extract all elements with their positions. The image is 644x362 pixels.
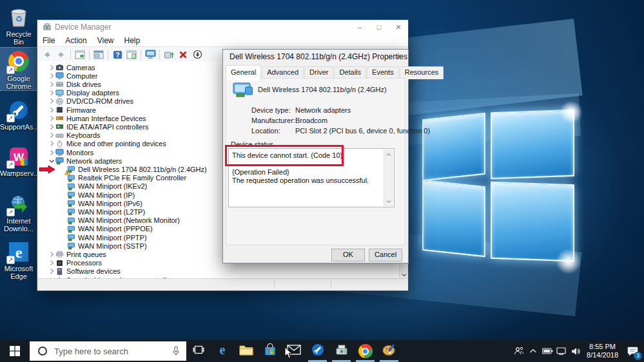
- network-icon[interactable]: [554, 340, 569, 362]
- tree-item[interactable]: Processors: [48, 259, 102, 267]
- update-driver-button[interactable]: [162, 48, 176, 61]
- minimize-button[interactable]: –: [350, 20, 369, 34]
- tab-general[interactable]: General: [226, 65, 261, 81]
- tree-item[interactable]: Realtek PCIe FE Family Controller: [59, 174, 186, 182]
- tree-item[interactable]: Computer: [48, 71, 97, 80]
- chevron-down-icon[interactable]: [48, 157, 55, 165]
- taskbar-search[interactable]: [30, 341, 186, 361]
- forward-button[interactable]: [54, 48, 68, 61]
- tree-item[interactable]: Monitors: [48, 148, 93, 157]
- start-button[interactable]: [0, 340, 30, 362]
- chevron-right-icon[interactable]: [48, 115, 55, 122]
- tree-item[interactable]: Cameras: [48, 63, 95, 71]
- device-status-box[interactable]: This device cannot start. (Code 10){Oper…: [228, 148, 395, 207]
- tree-item[interactable]: Network adapters: [48, 157, 122, 165]
- chevron-right-icon[interactable]: [48, 72, 55, 80]
- chevron-right-icon[interactable]: [48, 259, 55, 267]
- tab-events[interactable]: Events: [367, 66, 399, 79]
- taskbar-app-task-view[interactable]: [186, 340, 210, 362]
- cancel-button[interactable]: Cancel: [369, 249, 402, 262]
- tab-advanced[interactable]: Advanced: [262, 66, 304, 79]
- ok-button[interactable]: OK: [331, 249, 365, 262]
- tree-item[interactable]: Disk drives: [48, 80, 101, 88]
- desktop-icon-wampserver[interactable]: W↗Wampserv...: [0, 143, 37, 177]
- volume-icon[interactable]: [569, 340, 583, 362]
- dialog-close-button[interactable]: ✕: [389, 50, 408, 64]
- chevron-right-icon[interactable]: [48, 131, 55, 139]
- search-input[interactable]: [53, 346, 159, 357]
- properties-window-button[interactable]: [92, 48, 106, 61]
- desktop-icon-supportassist[interactable]: ↗SupportAs...: [0, 97, 37, 131]
- battery-icon[interactable]: [540, 340, 554, 362]
- tree-item[interactable]: Dell Wireless 1704 802.11b/g/n (2.4GHz): [59, 165, 207, 173]
- tree-item[interactable]: Software devices: [48, 267, 121, 276]
- taskbar-app-paint[interactable]: [377, 340, 401, 362]
- taskbar-app-store[interactable]: [258, 340, 282, 362]
- menu-file[interactable]: File: [37, 36, 60, 45]
- chevron-right-icon[interactable]: [48, 149, 55, 157]
- taskbar-app-chrome[interactable]: [353, 340, 377, 362]
- tree-item[interactable]: WAN Miniport (L2TP): [59, 207, 145, 216]
- tree-item[interactable]: WAN Miniport (IKEv2): [59, 182, 147, 191]
- disable-device-button[interactable]: [190, 48, 204, 61]
- taskbar-app-device-manager[interactable]: [329, 340, 353, 362]
- people-icon[interactable]: [512, 340, 526, 362]
- scroll-up-icon[interactable]: [385, 150, 393, 158]
- tree-item[interactable]: WAN Miniport (PPPOE): [59, 225, 153, 233]
- edge-icon: e: [215, 343, 229, 359]
- tree-item[interactable]: Keyboards: [48, 131, 101, 140]
- tray-overflow-chevron-icon[interactable]: [526, 340, 540, 362]
- tab-driver[interactable]: Driver: [304, 66, 333, 79]
- show-console-tree-button[interactable]: [73, 48, 87, 61]
- scroll-down-icon[interactable]: [385, 197, 393, 205]
- chevron-right-icon[interactable]: [48, 89, 55, 97]
- tree-item[interactable]: WAN Miniport (SSTP): [59, 242, 147, 250]
- tree-item[interactable]: WAN Miniport (PPTP): [59, 233, 147, 242]
- tree-item[interactable]: Human Interface Devices: [48, 114, 146, 122]
- device-manager-titlebar[interactable]: Device Manager – □ ✕: [37, 20, 408, 34]
- desktop-icon-recycle-bin[interactable]: ♻Recycle Bin: [0, 4, 37, 46]
- menu-help[interactable]: Help: [119, 36, 146, 45]
- taskbar-app-file-explorer[interactable]: [234, 340, 258, 362]
- desktop-icon-internet-download-manager[interactable]: ↗Internet Downlo...: [0, 191, 37, 233]
- tree-item[interactable]: WAN Miniport (Network Monitor): [59, 216, 180, 225]
- uninstall-device-button[interactable]: [176, 48, 190, 61]
- action-center-button[interactable]: 3: [622, 340, 644, 362]
- chevron-right-icon[interactable]: [48, 97, 55, 105]
- tree-item[interactable]: DVD/CD-ROM drives: [48, 97, 133, 106]
- menu-view[interactable]: View: [92, 36, 119, 45]
- tree-item[interactable]: IDE ATA/ATAPI controllers: [48, 122, 149, 131]
- devices-view-button[interactable]: [143, 48, 157, 61]
- tab-resources[interactable]: Resources: [400, 66, 444, 79]
- dialog-titlebar[interactable]: Dell Wireless 1704 802.11b/g/n (2.4GHz) …: [223, 50, 408, 64]
- tree-item[interactable]: Display adapters: [48, 89, 119, 97]
- tree-item[interactable]: Mice and other pointing devices: [48, 140, 166, 148]
- chevron-right-icon[interactable]: [48, 251, 55, 258]
- close-button[interactable]: ✕: [389, 20, 408, 34]
- chevron-right-icon[interactable]: [48, 64, 55, 71]
- device-manager-icon: [335, 343, 349, 359]
- status-scrollbar[interactable]: [384, 149, 393, 206]
- action-pane-button[interactable]: [124, 48, 139, 61]
- chevron-right-icon[interactable]: [48, 81, 55, 88]
- maximize-button[interactable]: □: [369, 20, 389, 34]
- microphone-icon[interactable]: [172, 346, 180, 356]
- menu-action[interactable]: Action: [60, 36, 92, 45]
- desktop-icon-microsoft-edge[interactable]: e↗Microsoft Edge: [0, 238, 37, 280]
- taskbar-app-edge[interactable]: e: [210, 340, 234, 362]
- chevron-right-icon[interactable]: [48, 106, 55, 114]
- taskbar-clock[interactable]: 8:55 PM 8/14/2018: [583, 343, 622, 359]
- back-button[interactable]: [40, 48, 54, 61]
- desktop-icon-google-chrome[interactable]: ↗Google Chrome: [0, 48, 37, 90]
- taskbar-app-supportassist[interactable]: [306, 340, 329, 362]
- chevron-right-icon[interactable]: [48, 123, 55, 131]
- tab-details[interactable]: Details: [334, 66, 366, 79]
- tree-item[interactable]: Firmware: [48, 106, 96, 114]
- help-button[interactable]: ?: [110, 48, 124, 61]
- tree-item[interactable]: Print queues: [48, 250, 106, 258]
- chevron-right-icon[interactable]: [48, 140, 55, 148]
- tree-item[interactable]: WAN Miniport (IP): [59, 191, 135, 199]
- chevron-right-icon[interactable]: [48, 267, 55, 275]
- tree-item[interactable]: WAN Miniport (IPv6): [59, 199, 142, 207]
- internet-download-manager-icon: ↗: [8, 193, 30, 215]
